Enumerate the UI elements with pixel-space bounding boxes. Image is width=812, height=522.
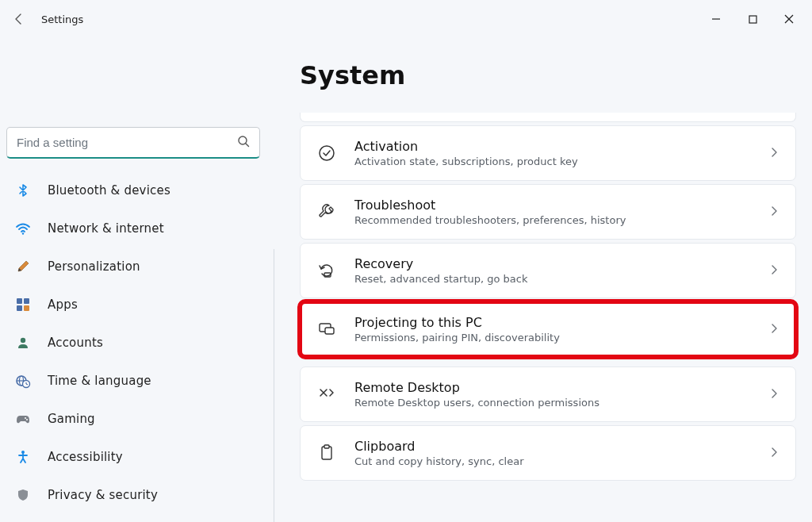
sidebar-item-label: Bluetooth & devices [48,183,170,198]
settings-card-clipboard[interactable]: Clipboard Cut and copy history, sync, cl… [300,425,796,481]
card-subtitle: Cut and copy history, sync, clear [354,455,751,467]
sidebar-nav: Bluetooth & devices Network & internet P… [6,175,265,511]
sidebar-item-label: Gaming [48,412,95,426]
sidebar-item-time-language[interactable]: Time & language [6,365,265,397]
gamepad-icon [14,410,32,428]
sidebar-item-label: Accounts [48,336,103,350]
globe-clock-icon [14,372,32,390]
sidebar-item-gaming[interactable]: Gaming [6,403,265,435]
sidebar-item-label: Accessibility [48,450,123,464]
recovery-icon [316,260,337,281]
settings-cards: Activation Activation state, subscriptio… [300,113,796,481]
settings-card-recovery[interactable]: Recovery Reset, advanced startup, go bac… [300,243,796,298]
chevron-right-icon [768,446,779,461]
svg-point-11 [21,338,25,343]
minimize-icon [711,14,721,24]
close-icon [784,14,794,24]
chevron-right-icon [768,263,779,278]
settings-card-troubleshoot[interactable]: Troubleshoot Recommended troubleshooters… [300,184,796,240]
sidebar: Bluetooth & devices Network & internet P… [0,32,274,522]
card-title: Projecting to this PC [354,315,751,330]
person-icon [14,334,32,351]
card-partial-top [300,113,796,122]
accessibility-icon [14,448,32,466]
card-title: Recovery [354,256,751,271]
app-title: Settings [41,13,83,25]
svg-rect-7 [17,298,22,304]
search-box[interactable] [6,127,260,159]
settings-card-projecting[interactable]: Projecting to this PC Permissions, pairi… [300,301,796,357]
clipboard-icon [316,443,337,463]
maximize-icon [749,15,757,24]
minimize-button[interactable] [698,7,734,31]
sidebar-item-accessibility[interactable]: Accessibility [6,441,265,473]
sidebar-item-bluetooth[interactable]: Bluetooth & devices [6,175,265,206]
svg-rect-8 [24,298,29,304]
svg-point-4 [239,136,247,144]
sidebar-item-privacy[interactable]: Privacy & security [6,479,265,511]
chevron-right-icon [768,205,779,220]
svg-rect-9 [17,305,22,311]
maximize-button[interactable] [734,7,771,31]
chevron-right-icon [768,387,779,402]
page-title: System [300,60,796,90]
paintbrush-icon [14,258,32,275]
wrench-icon [316,202,337,222]
card-title: Remote Desktop [354,380,751,395]
svg-point-18 [25,417,26,419]
search-icon [237,135,250,151]
chevron-right-icon [768,322,779,337]
window-controls [698,7,807,31]
sidebar-item-apps[interactable]: Apps [6,289,265,320]
sidebar-item-label: Personalization [48,259,140,274]
card-title: Clipboard [354,439,751,454]
svg-point-21 [320,146,334,160]
remote-desktop-icon [316,384,337,405]
svg-point-19 [26,419,28,420]
card-title: Troubleshoot [354,198,751,213]
projecting-icon [316,319,337,340]
sidebar-divider [274,249,274,522]
content-area: System Activation Activation state, subs… [274,32,812,522]
titlebar: Settings [0,0,812,32]
sidebar-item-network[interactable]: Network & internet [6,213,265,244]
svg-rect-24 [325,328,334,334]
card-subtitle: Activation state, subscriptions, product… [354,155,751,167]
svg-rect-1 [749,16,756,23]
wifi-icon [14,220,32,237]
svg-rect-26 [324,445,329,448]
sidebar-item-label: Privacy & security [48,488,158,502]
sidebar-item-label: Apps [48,297,78,312]
shield-icon [14,486,32,504]
svg-point-6 [22,232,24,234]
card-subtitle: Recommended troubleshooters, preferences… [354,214,751,226]
search-input[interactable] [17,136,237,149]
card-subtitle: Remote Desktop users, connection permiss… [354,397,751,409]
apps-icon [14,296,32,313]
card-title: Activation [354,139,751,154]
close-button[interactable] [771,7,807,31]
sidebar-item-personalization[interactable]: Personalization [6,251,265,282]
sidebar-item-label: Network & internet [48,221,164,236]
card-subtitle: Reset, advanced startup, go back [354,273,751,285]
settings-card-remote-desktop[interactable]: Remote Desktop Remote Desktop users, con… [300,367,796,422]
back-button[interactable] [5,5,33,33]
bluetooth-icon [14,182,32,199]
chevron-right-icon [768,146,779,161]
svg-rect-10 [24,305,29,311]
settings-card-activation[interactable]: Activation Activation state, subscriptio… [300,125,796,181]
svg-line-5 [246,144,249,147]
sidebar-item-accounts[interactable]: Accounts [6,327,265,359]
back-arrow-icon [13,13,25,25]
card-subtitle: Permissions, pairing PIN, discoverabilit… [354,332,751,344]
sidebar-item-label: Time & language [48,374,151,388]
check-circle-icon [316,143,337,163]
